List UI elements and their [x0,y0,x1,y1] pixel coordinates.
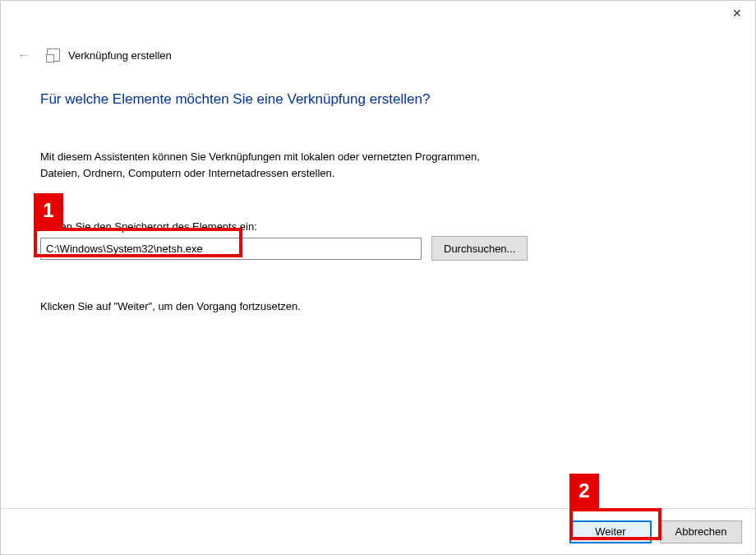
next-button[interactable]: Weiter [569,520,652,543]
close-button[interactable]: ✕ [718,1,755,25]
location-label: Geben Sie den Speicherort des Elements e… [40,220,716,233]
browse-button[interactable]: Durchsuchen... [431,236,528,261]
page-heading: Für welche Elemente möchten Sie eine Ver… [40,91,716,108]
description-text: Mit diesem Assistenten können Sie Verknü… [40,149,716,181]
annotation-badge-2: 2 [569,474,599,508]
wizard-title: Verknüpfung erstellen [68,49,172,62]
content-area: Für welche Elemente möchten Sie eine Ver… [40,91,716,312]
back-arrow-icon: ← [14,45,34,65]
location-input[interactable] [40,238,422,260]
input-row: Durchsuchen... [40,236,716,261]
close-icon: ✕ [732,7,742,20]
description-line2: Dateien, Ordnern, Computern oder Interne… [40,167,334,179]
continue-hint: Klicken Sie auf "Weiter", um den Vorgang… [40,300,716,312]
footer-bar: Weiter Abbrechen [1,508,755,554]
cancel-button[interactable]: Abbrechen [660,520,742,543]
wizard-header: ← Verknüpfung erstellen [14,45,172,65]
shortcut-icon [47,49,60,62]
description-line1: Mit diesem Assistenten können Sie Verknü… [40,150,480,163]
